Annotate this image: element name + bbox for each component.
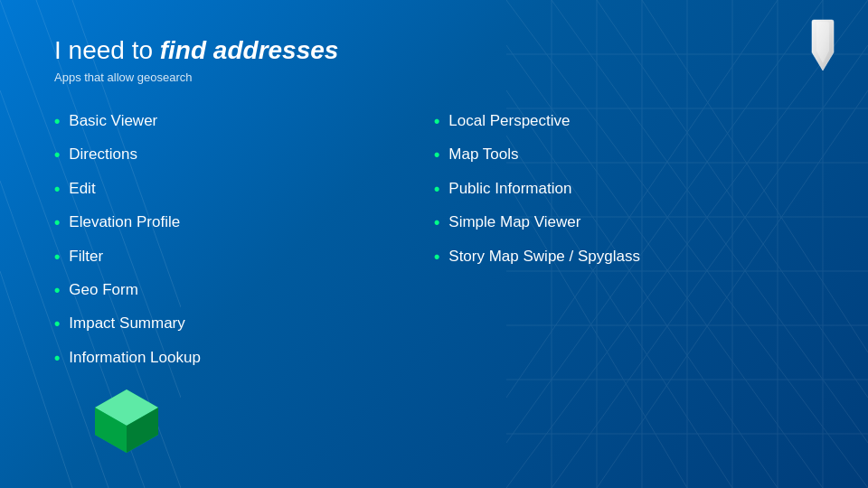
bullet-icon: •	[434, 145, 439, 165]
main-content: I need to find addresses Apps that allow…	[0, 0, 868, 408]
left-list: •Basic Viewer•Directions•Edit•Elevation …	[54, 111, 434, 381]
bottom-decoration	[90, 385, 163, 461]
right-list-item: •Local Perspective	[434, 111, 814, 132]
right-item-text: Public Information	[448, 179, 571, 199]
bullet-icon: •	[54, 179, 60, 200]
right-item-text: Local Perspective	[448, 111, 570, 131]
right-item-text: Simple Map Viewer	[448, 212, 580, 232]
title-prefix: I need to	[54, 36, 160, 64]
title-highlight: find addresses	[160, 36, 339, 64]
left-item-text: Geo Form	[69, 280, 138, 300]
cube-icon	[90, 385, 163, 457]
bullet-icon: •	[54, 280, 60, 301]
top-right-badge	[805, 18, 841, 78]
left-list-item: •Information Lookup	[54, 348, 434, 369]
bullet-icon: •	[54, 111, 60, 132]
bullet-icon: •	[54, 145, 60, 165]
right-list-item: •Story Map Swipe / Spyglass	[434, 247, 814, 267]
left-list-item: •Basic Viewer	[54, 111, 434, 132]
left-item-text: Elevation Profile	[69, 212, 180, 232]
bullet-icon: •	[54, 348, 60, 369]
right-list-item: •Public Information	[434, 179, 814, 200]
right-list: •Local Perspective•Map Tools•Public Info…	[434, 111, 814, 381]
bullet-icon: •	[54, 212, 60, 233]
right-list-item: •Map Tools	[434, 145, 814, 165]
left-item-text: Directions	[69, 145, 137, 164]
subtitle: Apps that allow geosearch	[54, 70, 814, 84]
left-item-text: Edit	[69, 179, 95, 199]
left-list-item: •Directions	[54, 145, 434, 165]
left-list-item: •Filter	[54, 247, 434, 267]
bullet-icon: •	[434, 179, 439, 200]
page-title: I need to find addresses	[54, 36, 814, 65]
bullet-icon: •	[54, 314, 60, 334]
bullet-icon: •	[434, 212, 439, 233]
bullet-icon: •	[434, 247, 439, 267]
items-container: •Basic Viewer•Directions•Edit•Elevation …	[54, 111, 814, 381]
left-list-item: •Impact Summary	[54, 314, 434, 334]
left-item-text: Information Lookup	[69, 348, 201, 368]
bullet-icon: •	[434, 111, 439, 132]
left-item-text: Basic Viewer	[69, 111, 157, 131]
right-list-item: •Simple Map Viewer	[434, 212, 814, 233]
right-item-text: Map Tools	[448, 145, 518, 164]
left-list-item: •Elevation Profile	[54, 212, 434, 233]
right-item-text: Story Map Swipe / Spyglass	[448, 247, 640, 267]
left-list-item: •Geo Form	[54, 280, 434, 301]
left-item-text: Impact Summary	[69, 314, 184, 333]
pin-icon	[805, 18, 841, 74]
bullet-icon: •	[54, 247, 60, 267]
left-item-text: Filter	[69, 247, 103, 267]
left-list-item: •Edit	[54, 179, 434, 200]
